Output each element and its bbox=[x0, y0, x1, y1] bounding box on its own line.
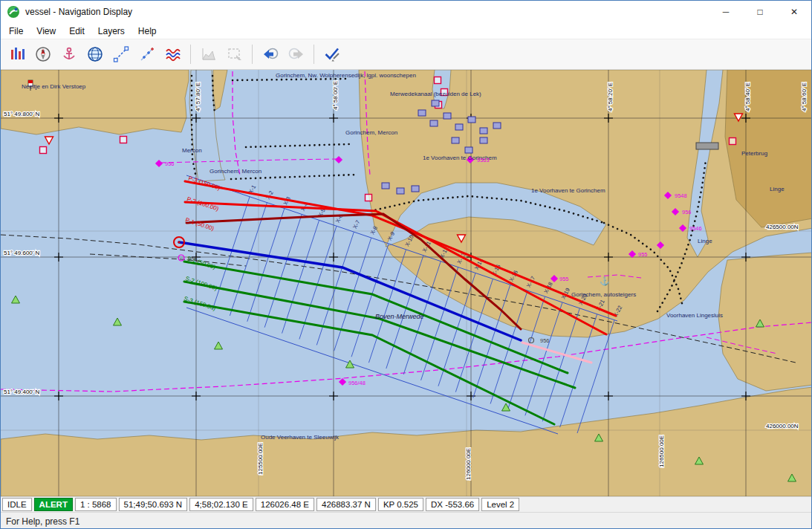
select-icon bbox=[226, 45, 244, 63]
route-icon bbox=[112, 45, 130, 63]
status-cell-easting: 126026.48 E bbox=[256, 498, 314, 511]
toolbar-button-geodesy[interactable] bbox=[82, 42, 107, 66]
map-label: Merwedekanaal (bezuiden de Lek) bbox=[390, 91, 481, 97]
profile-icon bbox=[200, 45, 218, 63]
building-icon bbox=[455, 124, 463, 130]
map-label: 956 bbox=[540, 337, 550, 344]
svg-text:N: N bbox=[41, 49, 44, 53]
menu-bar: FileViewEditLayersHelp bbox=[1, 23, 811, 39]
building-icon bbox=[397, 188, 404, 194]
sliders-icon bbox=[8, 45, 26, 63]
status-cell-dx: DX -553.66 bbox=[426, 498, 479, 511]
navigation-chart[interactable]: X-1X-2X-3X-4X-5X-6X-7X-8X-9X-10X-11X-12X… bbox=[1, 70, 811, 496]
maximize-button[interactable]: □ bbox=[743, 1, 777, 23]
map-label: 51° 49.400' N bbox=[4, 389, 40, 395]
map-label: 9548 bbox=[675, 192, 687, 199]
map-label: 51° 49.600' N bbox=[4, 250, 40, 256]
toolbar-button-compass[interactable]: N bbox=[30, 42, 55, 66]
map-label: Voorhaven Lingesluis bbox=[666, 312, 723, 319]
toolbar: N bbox=[1, 39, 811, 70]
land-northwest bbox=[1, 70, 189, 134]
building-icon bbox=[468, 117, 475, 123]
menu-item-view[interactable]: View bbox=[30, 24, 62, 39]
close-button[interactable]: ✕ bbox=[777, 1, 811, 23]
map-label: 426000.00N bbox=[766, 423, 799, 429]
app-window: vessel - Navigation Display ─ □ ✕ FileVi… bbox=[0, 0, 812, 529]
beacon-red-icon bbox=[40, 147, 47, 154]
status-cell-scale: 1 : 5868 bbox=[75, 498, 117, 511]
building-icon bbox=[412, 186, 419, 192]
bridge-icon bbox=[696, 143, 718, 149]
map-label: 125500.00E bbox=[257, 443, 264, 475]
waypoints-icon bbox=[138, 45, 156, 63]
map-label: 4° 58.20' E bbox=[607, 82, 614, 111]
toolbar-button-zoom-previous[interactable] bbox=[258, 42, 282, 66]
map-label: 51° 49.800' N bbox=[4, 111, 40, 117]
map-label: 1e Voorhaven te Gorinchem bbox=[531, 187, 605, 194]
verify-icon bbox=[323, 45, 341, 63]
map-label: Linge bbox=[698, 238, 712, 244]
map-label: Gorinchem, Nw. Wolpherensedijk, lgpl. wo… bbox=[276, 72, 416, 79]
status-cell-northing: 426883.37 N bbox=[316, 498, 376, 511]
globe-icon bbox=[86, 45, 104, 63]
map-label: 956 bbox=[188, 256, 198, 262]
toolbar-button-vessel-setup[interactable] bbox=[56, 42, 81, 66]
building-icon bbox=[382, 183, 389, 189]
toolbar-button-zoom-next bbox=[284, 42, 308, 66]
map-label: 4° 58.00' E bbox=[332, 81, 339, 110]
status-cell-latitude: 51;49;50.693 N bbox=[119, 498, 188, 511]
map-label: 4° 57.80' E bbox=[195, 82, 201, 111]
building-icon bbox=[444, 113, 451, 119]
menu-item-file[interactable]: File bbox=[2, 24, 30, 39]
svg-text:⚓: ⚓ bbox=[600, 276, 610, 286]
status-cell-longitude: 4;58;02.130 E bbox=[189, 498, 253, 511]
status-cell-level: Level 2 bbox=[481, 498, 519, 511]
status-cell-alert: ALERT bbox=[34, 498, 73, 511]
building-icon bbox=[418, 110, 426, 116]
menu-item-help[interactable]: Help bbox=[131, 24, 163, 39]
toolbar-separator bbox=[190, 45, 191, 64]
beacon-red-icon bbox=[730, 138, 736, 145]
map-label: 956 bbox=[165, 160, 175, 167]
toolbar-separator bbox=[314, 45, 314, 64]
building-icon bbox=[480, 137, 487, 143]
building-icon bbox=[493, 123, 501, 129]
compass-icon: N bbox=[34, 45, 52, 63]
map-label: Oude Veerhaven te Sleeuwijk bbox=[261, 434, 340, 441]
app-icon bbox=[7, 5, 20, 19]
map-label: Linge bbox=[770, 186, 785, 192]
toolbar-button-select-area bbox=[222, 42, 247, 66]
menu-item-edit[interactable]: Edit bbox=[62, 24, 91, 39]
zoom-back-icon bbox=[262, 45, 279, 63]
waves-icon bbox=[164, 45, 182, 63]
building-icon bbox=[465, 147, 472, 153]
map-label: Gorinchem, Mercon bbox=[210, 168, 262, 175]
chart-area[interactable]: X-1X-2X-3X-4X-5X-6X-7X-8X-9X-10X-11X-12X… bbox=[1, 70, 811, 496]
menu-item-layers[interactable]: Layers bbox=[91, 24, 131, 39]
map-label: 126500.00E bbox=[658, 435, 665, 467]
map-label: 9546 bbox=[689, 225, 702, 232]
toolbar-button-route-line[interactable] bbox=[108, 42, 133, 66]
window-controls: ─ □ ✕ bbox=[709, 1, 811, 23]
status-cell-mode: IDLE bbox=[2, 498, 32, 511]
map-label: Mercon bbox=[182, 147, 202, 154]
building-icon bbox=[480, 128, 487, 134]
map-label: Gorinchem, autosteigers bbox=[571, 291, 636, 298]
map-label: 956/48 bbox=[348, 380, 366, 386]
toolbar-separator bbox=[252, 45, 253, 64]
toolbar-button-verify[interactable] bbox=[319, 42, 344, 66]
toolbar-button-currents[interactable] bbox=[160, 42, 185, 66]
map-label: Peterbrug bbox=[741, 150, 767, 157]
map-label: Boven-Merwede bbox=[375, 313, 424, 320]
anchorage-icon: ⚓ bbox=[600, 276, 610, 286]
toolbar-button-waypoints[interactable] bbox=[134, 42, 159, 66]
beacon-red-icon bbox=[366, 195, 372, 201]
map-label: 956 bbox=[682, 209, 692, 215]
map-label: 955 bbox=[559, 276, 569, 282]
building-icon bbox=[432, 100, 439, 106]
minimize-button[interactable]: ─ bbox=[709, 1, 743, 23]
toolbar-button-display-settings[interactable] bbox=[4, 42, 29, 66]
beacon-red-icon bbox=[435, 77, 441, 84]
toolbar-button-profile-view bbox=[196, 42, 221, 66]
beacon-red-icon bbox=[120, 137, 127, 143]
